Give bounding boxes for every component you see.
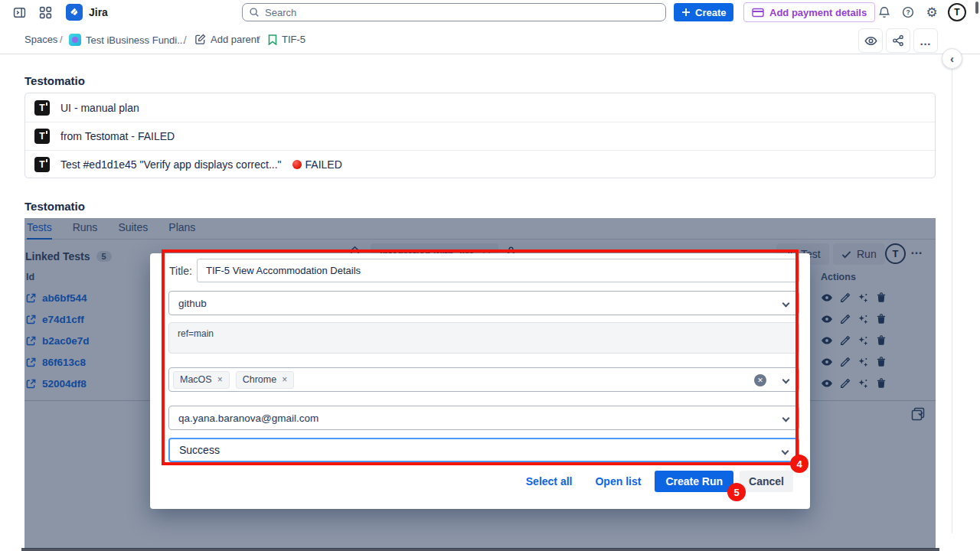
app-switcher-icon[interactable] <box>39 6 52 19</box>
testomatio-logo-icon: T <box>34 100 50 116</box>
breadcrumb-separator: / <box>184 34 187 45</box>
top-navigation-bar: Jira Search Create Add payment details ?… <box>0 0 980 24</box>
remove-tag-icon[interactable]: × <box>282 374 287 385</box>
search-placeholder: Search <box>265 7 296 18</box>
breadcrumb-space-link[interactable]: Test iBusiness Fundi... <box>69 34 185 46</box>
avatar-letter: T <box>954 7 959 18</box>
status-label: FAILED <box>305 158 342 171</box>
params-value: ref=main <box>178 328 214 339</box>
ellipsis-icon: … <box>920 34 932 47</box>
chevron-down-icon <box>782 300 790 308</box>
attachment-item-label: UI - manual plan <box>60 102 139 114</box>
annotation-step-5-badge: 5 <box>727 483 746 501</box>
annotation-step-4-badge: 4 <box>790 455 808 473</box>
select-all-link[interactable]: Select all <box>526 475 573 487</box>
status-badge: FAILED <box>292 158 342 171</box>
create-button-label: Create <box>695 7 726 18</box>
env-tag[interactable]: MacOS × <box>173 371 230 389</box>
params-textarea[interactable]: ref=main <box>168 322 799 354</box>
environment-multiselect[interactable]: MacOS × Chrome × ✕ <box>168 367 799 392</box>
clear-x-glyph: ✕ <box>757 377 763 384</box>
app-window: Jira Search Create Add payment details ?… <box>0 0 980 551</box>
modal-footer: Select all Open list Create Run Cancel <box>526 471 793 492</box>
section-title: Testomatio <box>24 74 85 87</box>
svg-text:?: ? <box>906 8 910 16</box>
attachment-item-label: Test #ed1d1e45 "Verify app displays corr… <box>60 158 282 171</box>
env-tag-label: MacOS <box>180 374 212 385</box>
breadcrumb-add-parent-link[interactable]: Add parent <box>194 34 260 45</box>
remove-tag-icon[interactable]: × <box>217 374 223 385</box>
app-name: Jira <box>89 6 108 18</box>
attachment-item[interactable]: T from Testomat - FAILED <box>25 122 935 150</box>
create-run-modal: Title: TIF-5 View Accommodation Details … <box>150 253 810 509</box>
attachment-item[interactable]: T Test #ed1d1e45 "Verify app displays co… <box>25 150 935 178</box>
breadcrumb-bar: Spaces / Test iBusiness Fundi... / Add p… <box>0 24 980 54</box>
help-icon[interactable]: ? <box>901 5 915 19</box>
global-search-input[interactable]: Search <box>242 3 666 21</box>
failed-dot-icon <box>292 160 302 169</box>
chevron-down-icon <box>782 415 790 422</box>
testomatio-logo-icon: T <box>34 129 50 144</box>
more-actions-button[interactable]: … <box>913 28 938 53</box>
credit-card-icon <box>752 8 764 18</box>
breadcrumb-issue-label: TIF-5 <box>282 34 305 45</box>
widget-title: Testomatio <box>24 200 85 213</box>
plus-icon <box>681 8 691 17</box>
panel-divider <box>952 54 952 533</box>
source-select[interactable]: github <box>168 291 799 315</box>
attachment-item-label: from Testomat - FAILED <box>60 130 175 142</box>
add-payment-details-button[interactable]: Add payment details <box>743 2 875 22</box>
payment-button-label: Add payment details <box>769 7 867 18</box>
create-run-button[interactable]: Create Run <box>655 471 733 492</box>
status-select[interactable]: Success <box>168 438 799 462</box>
breadcrumb-separator: / <box>60 34 63 45</box>
reporter-select-value: qa.yana.baranova@gmail.com <box>178 412 318 424</box>
chevron-left-icon: ‹ <box>950 52 954 65</box>
breadcrumb-spaces-link[interactable]: Spaces <box>24 34 57 45</box>
breadcrumb-separator: / <box>257 34 260 45</box>
source-select-value: github <box>178 298 207 309</box>
share-button[interactable] <box>886 28 910 53</box>
testomatio-logo-icon: T <box>34 157 50 172</box>
jira-logo-icon[interactable] <box>66 4 83 21</box>
reporter-select[interactable]: qa.yana.baranova@gmail.com <box>168 406 799 430</box>
create-button[interactable]: Create <box>674 3 733 21</box>
sidebar-toggle-icon[interactable] <box>13 6 26 19</box>
user-avatar[interactable]: T <box>948 3 966 21</box>
title-field-label: Title: <box>169 265 192 277</box>
clear-all-icon[interactable]: ✕ <box>754 374 766 386</box>
chevron-down-icon <box>782 377 790 384</box>
collapse-panel-button[interactable]: ‹ <box>942 48 962 69</box>
bookmark-icon <box>268 34 277 45</box>
open-list-link[interactable]: Open list <box>595 475 641 487</box>
cancel-button[interactable]: Cancel <box>740 471 793 492</box>
edit-icon <box>194 34 206 45</box>
settings-gear-icon[interactable]: ⚙ <box>925 5 939 19</box>
status-select-value: Success <box>179 444 220 456</box>
env-tag-label: Chrome <box>243 374 276 385</box>
attachments-card: T UI - manual plan T from Testomat - FAI… <box>24 93 936 178</box>
chevron-down-icon <box>782 448 789 455</box>
breadcrumb-issue-link[interactable]: TIF-5 <box>268 34 305 45</box>
notifications-bell-icon[interactable] <box>877 5 891 19</box>
watch-eye-button[interactable] <box>858 28 883 53</box>
run-title-value: TIF-5 View Accommodation Details <box>206 265 361 276</box>
env-tag[interactable]: Chrome × <box>236 371 294 389</box>
breadcrumb-space-label: Test iBusiness Fundi... <box>86 34 185 46</box>
search-icon <box>249 7 260 18</box>
run-title-input[interactable]: TIF-5 View Accommodation Details <box>197 259 799 282</box>
space-avatar-icon <box>69 34 81 46</box>
attachment-item[interactable]: T UI - manual plan <box>25 93 935 122</box>
page-scrollbar[interactable] <box>975 2 978 14</box>
breadcrumb-add-parent-label: Add parent <box>211 34 260 45</box>
